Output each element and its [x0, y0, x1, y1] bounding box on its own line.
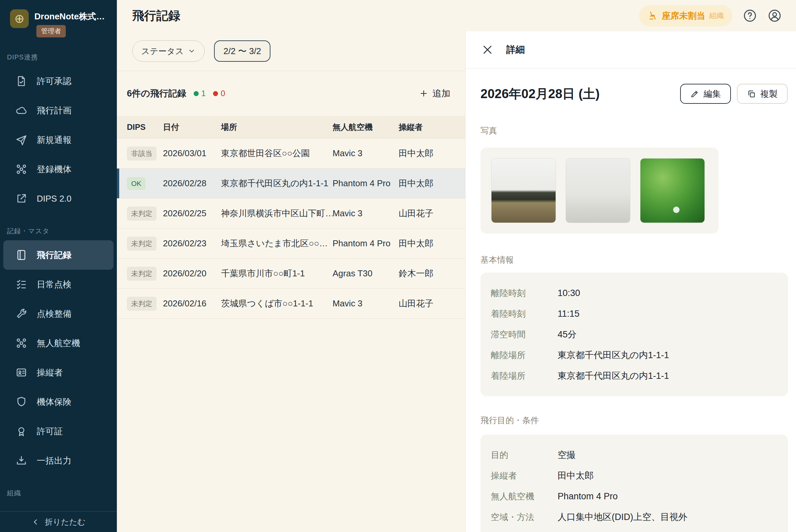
dips-status-badge: 未判定: [127, 236, 156, 251]
status-count-green: 1: [194, 89, 206, 98]
cell-place: 東京都世田谷区○○公園: [221, 148, 333, 159]
checklist-icon: [15, 278, 27, 290]
drone-icon: [15, 163, 27, 175]
shield-icon: [15, 396, 27, 408]
cell-date: 2026/02/16: [163, 298, 221, 309]
sidebar: ⊕ DroneNote株式会社 管理者 DIPS連携 許可承認 飛行計画 新規通…: [0, 0, 117, 532]
info-row: 着陸時刻 11:15: [480, 303, 788, 324]
info-row: 離陸場所 東京都千代田区丸の内1-1-1: [480, 345, 788, 365]
org-name: DroneNote株式会社: [34, 10, 110, 22]
cell-date: 2026/02/23: [163, 238, 221, 249]
info-row: 無人航空機 Phantom 4 Pro: [480, 486, 788, 507]
record-date-title: 2026年02月28日 (土): [480, 86, 600, 102]
download-icon: [15, 455, 27, 467]
status-count-red: 0: [213, 89, 225, 98]
sidebar-item-dips2[interactable]: DIPS 2.0: [0, 184, 117, 213]
table-row[interactable]: 非該当 2026/03/01 東京都世田谷区○○公園 Mavic 3 田中太郎: [117, 138, 465, 169]
wrench-icon: [15, 308, 27, 320]
org-logo-icon: ⊕: [10, 10, 29, 28]
photo-thumbnail-leaf[interactable]: [640, 158, 705, 223]
plus-icon: [419, 89, 428, 98]
seat-icon: [648, 11, 658, 21]
sidebar-item-maintenance[interactable]: 点検整備: [0, 299, 117, 328]
sidebar-item-new-report[interactable]: 新規通報: [0, 125, 117, 154]
sidebar-item-uav[interactable]: 無人航空機: [0, 328, 117, 358]
cell-place: 千葉県市川市○○町1-1: [221, 268, 333, 279]
cell-aircraft: Mavic 3: [333, 148, 399, 158]
cell-pilot: 鈴木一郎: [399, 268, 455, 279]
sidebar-item-permit-approval[interactable]: 許可承認: [0, 66, 117, 96]
info-row: 空域・方法 人口集中地区(DID)上空、目視外: [480, 507, 788, 527]
chevron-down-icon: [188, 47, 196, 55]
role-badge: 管理者: [36, 25, 66, 37]
table-row-selected[interactable]: OK 2026/02/28 東京都千代田区丸の内1-1-1 Phantom 4 …: [117, 169, 465, 198]
sidebar-item-pilots[interactable]: 操縦者: [0, 358, 117, 387]
edit-button[interactable]: 編集: [680, 84, 731, 104]
chevron-left-icon: [31, 518, 40, 526]
status-filter-dropdown[interactable]: ステータス: [132, 40, 205, 62]
cell-place: 神奈川県横浜市中区山下町…: [221, 208, 333, 219]
seat-badge-suffix: 組織: [709, 11, 724, 21]
cloud-icon: [15, 104, 27, 116]
table-row[interactable]: 未判定 2026/02/20 千葉県市川市○○町1-1 Agras T30 鈴木…: [117, 259, 465, 289]
sidebar-item-flight-plan[interactable]: 飛行計画: [0, 96, 117, 125]
table-header: DIPS 日付 場所 無人航空機 操縦者: [117, 116, 465, 138]
cell-pilot: 田中太郎: [399, 148, 455, 159]
info-row: 経路・距離 ○○ビル屋上から半径100m以内: [480, 527, 788, 532]
info-row: 離陸時刻 10:30: [480, 283, 788, 303]
cell-pilot: 山田花子: [399, 208, 455, 219]
photo-gallery: [480, 148, 719, 234]
sidebar-item-registered-aircraft[interactable]: 登録機体: [0, 154, 117, 184]
dips-status-badge: 未判定: [127, 297, 156, 311]
table-row[interactable]: 未判定 2026/02/16 茨城県つくば市○○1-1-1 Mavic 3 山田…: [117, 289, 465, 319]
id-card-icon: [15, 366, 27, 379]
user-account-icon[interactable]: [767, 8, 782, 23]
column-header-place: 場所: [221, 122, 333, 133]
list-summary-row: 6件の飛行記録 1 0 追加: [117, 71, 465, 116]
info-row: 目的 空撮: [480, 444, 788, 465]
help-icon[interactable]: [743, 8, 757, 23]
dips-status-badge: 非該当: [127, 147, 156, 160]
sidebar-item-permits[interactable]: 許可証: [0, 417, 117, 446]
info-row: 滞空時間 45分: [480, 324, 788, 345]
cell-place: 東京都千代田区丸の内1-1-1: [221, 177, 333, 189]
column-header-date: 日付: [163, 122, 221, 133]
section-label-dips: DIPS連携: [7, 53, 117, 62]
photo-thumbnail-forest[interactable]: [491, 158, 556, 223]
section-label-org: 組織: [7, 489, 117, 498]
purpose-section-label: 飛行目的・条件: [480, 415, 788, 426]
sidebar-item-bulk-export[interactable]: 一括出力: [0, 446, 117, 475]
filter-row: ステータス 2/2 〜 3/2: [117, 31, 465, 71]
sidebar-item-insurance[interactable]: 機体保険: [0, 387, 117, 417]
close-icon[interactable]: [481, 44, 494, 56]
photo-thumbnail-fog[interactable]: [566, 158, 630, 223]
sidebar-item-flight-records[interactable]: 飛行記録: [3, 240, 113, 270]
basic-info-card: 離陸時刻 10:30 着陸時刻 11:15 滞空時間 45分 離陸場所 東京都千…: [480, 273, 788, 396]
date-range-filter[interactable]: 2/2 〜 3/2: [214, 40, 271, 62]
table-row[interactable]: 未判定 2026/02/25 神奈川県横浜市中区山下町… Mavic 3 山田花…: [117, 198, 465, 229]
info-row: 着陸場所 東京都千代田区丸の内1-1-1: [480, 365, 788, 386]
record-count: 6件の飛行記録: [127, 88, 186, 99]
cell-aircraft: Mavic 3: [333, 298, 399, 309]
cell-pilot: 山田花子: [399, 298, 455, 309]
duplicate-button[interactable]: 複製: [737, 84, 788, 104]
red-dot-icon: [213, 91, 218, 96]
section-label-records: 記録・マスタ: [7, 227, 117, 235]
seat-unassigned-badge[interactable]: 座席未割当 組織: [639, 5, 733, 26]
green-dot-icon: [194, 91, 199, 96]
column-header-dips: DIPS: [127, 122, 163, 132]
cell-aircraft: Phantom 4 Pro: [333, 238, 399, 249]
topbar: 飛行記録 座席未割当 組織: [117, 0, 796, 31]
certificate-icon: [15, 425, 27, 437]
copy-icon: [747, 90, 756, 98]
cell-place: 茨城県つくば市○○1-1-1: [221, 298, 333, 309]
page-title: 飛行記録: [132, 8, 180, 24]
table-row[interactable]: 未判定 2026/02/23 埼玉県さいたま市北区○○… Phantom 4 P…: [117, 229, 465, 259]
column-header-pilot: 操縦者: [399, 122, 455, 133]
sidebar-collapse-button[interactable]: 折りたたむ: [0, 511, 117, 532]
detail-title: 詳細: [506, 43, 525, 56]
cell-date: 2026/02/20: [163, 268, 221, 279]
add-record-button[interactable]: 追加: [419, 88, 450, 99]
column-header-aircraft: 無人航空機: [333, 122, 399, 133]
sidebar-item-daily-inspection[interactable]: 日常点検: [0, 270, 117, 299]
